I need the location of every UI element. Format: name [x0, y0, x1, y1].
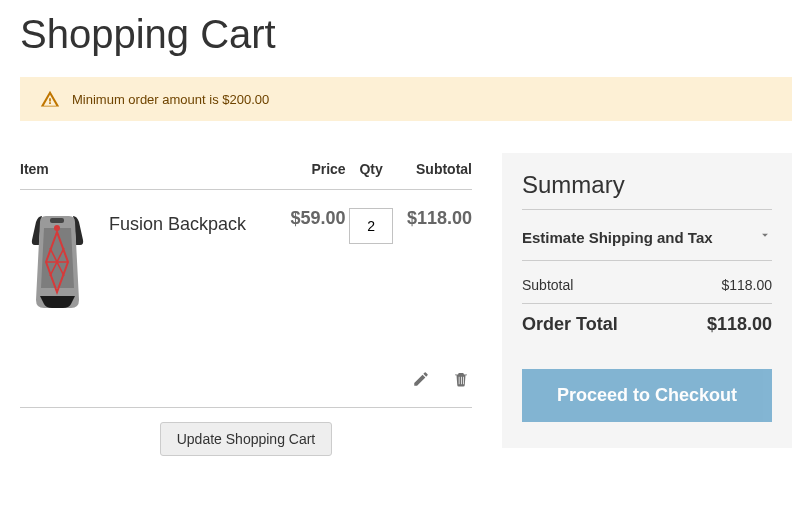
min-order-warning: Minimum order amount is $200.00: [20, 77, 792, 121]
col-header-subtotal: Subtotal: [397, 153, 472, 190]
estimate-label: Estimate Shipping and Tax: [522, 229, 713, 246]
edit-item-button[interactable]: [410, 368, 432, 393]
summary-title: Summary: [522, 171, 772, 210]
update-cart-button[interactable]: Update Shopping Cart: [160, 422, 333, 456]
cart-row: Fusion Backpack $59.00 $118.00: [20, 190, 472, 339]
warning-text: Minimum order amount is $200.00: [72, 92, 269, 107]
svg-rect-2: [50, 218, 64, 223]
remove-item-button[interactable]: [450, 368, 472, 393]
subtotal-label: Subtotal: [522, 277, 573, 293]
chevron-down-icon: [758, 228, 772, 246]
product-image[interactable]: [20, 208, 95, 338]
product-name[interactable]: Fusion Backpack: [109, 208, 246, 338]
summary-panel: Summary Estimate Shipping and Tax Subtot…: [502, 153, 792, 448]
col-header-item: Item: [20, 153, 282, 190]
order-total-line: Order Total $118.00: [522, 304, 772, 339]
order-total-label: Order Total: [522, 314, 618, 335]
subtotal-value: $118.00: [721, 277, 772, 293]
cart-items-section: Item Price Qty Subtotal: [20, 153, 472, 456]
item-subtotal: $118.00: [397, 190, 472, 339]
order-total-value: $118.00: [707, 314, 772, 335]
estimate-shipping-toggle[interactable]: Estimate Shipping and Tax: [522, 222, 772, 261]
cart-table: Item Price Qty Subtotal: [20, 153, 472, 408]
pencil-icon: [412, 376, 430, 391]
col-header-qty: Qty: [346, 153, 397, 190]
warning-icon: [40, 89, 60, 109]
item-price: $59.00: [282, 190, 346, 339]
col-header-price: Price: [282, 153, 346, 190]
proceed-to-checkout-button[interactable]: Proceed to Checkout: [522, 369, 772, 422]
qty-input[interactable]: [349, 208, 393, 244]
page-title: Shopping Cart: [20, 12, 792, 57]
subtotal-line: Subtotal $118.00: [522, 273, 772, 304]
svg-point-1: [54, 225, 60, 231]
trash-icon: [452, 376, 470, 391]
